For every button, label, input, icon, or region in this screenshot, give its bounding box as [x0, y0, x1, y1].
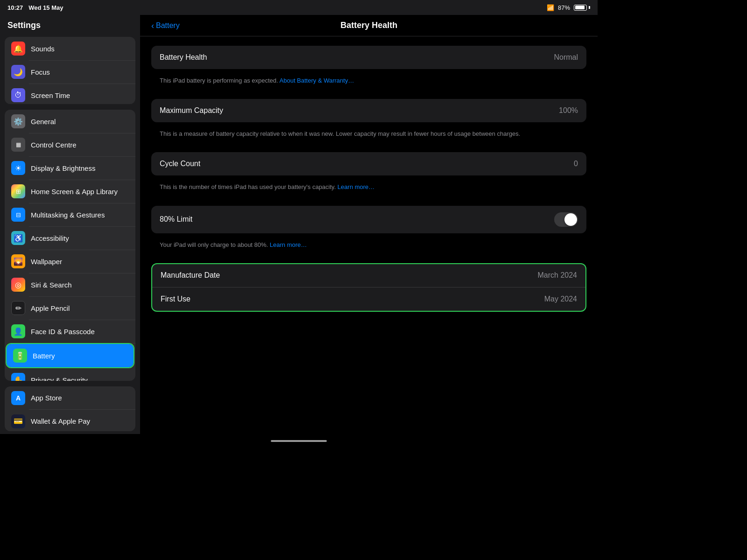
screen-time-label: Screen Time [31, 91, 70, 99]
sidebar-section-bottom: A App Store 💳 Wallet & Apple Pay [5, 386, 135, 431]
detail-header: ‹ Battery Battery Health [140, 15, 598, 36]
manufacture-date-value: March 2024 [538, 271, 578, 280]
main-layout: Settings 🔔 Sounds 🌙 Focus ⏱ Screen Time … [0, 15, 598, 434]
app-store-icon: A [11, 391, 25, 405]
detail-content: Battery Health Normal This iPad battery … [140, 36, 598, 329]
limit-learn-more-link[interactable]: Learn more… [270, 241, 307, 248]
status-bar-right: 📶 87% [547, 4, 590, 11]
cycle-count-description: This is the number of times iPad has use… [151, 179, 586, 198]
limit-description: Your iPad will only charge to about 80%.… [151, 237, 586, 256]
sidebar-item-accessibility[interactable]: ♿ Accessibility [5, 226, 135, 250]
cycle-count-card-wrapper: Cycle Count 0 This is the number of time… [151, 152, 586, 198]
sounds-icon: 🔔 [11, 42, 25, 56]
battery-item-icon: 🔋 [13, 349, 27, 363]
battery-health-card-wrapper: Battery Health Normal This iPad battery … [151, 46, 586, 91]
accessibility-icon: ♿ [11, 231, 25, 245]
sounds-label: Sounds [31, 45, 55, 53]
battery-fill [575, 6, 585, 9]
multitasking-icon: ⊟ [11, 208, 25, 222]
sidebar-item-control-centre[interactable]: ▦ Control Centre [5, 133, 135, 156]
display-brightness-icon: ☀ [11, 161, 25, 175]
battery-icon [574, 5, 590, 11]
accessibility-label: Accessibility [31, 234, 69, 242]
battery-percent: 87% [558, 4, 570, 11]
focus-icon: 🌙 [11, 65, 25, 79]
manufacture-date-row: Manufacture Date March 2024 [152, 264, 585, 287]
max-capacity-card-wrapper: Maximum Capacity 100% This is a measure … [151, 99, 586, 145]
cycle-count-value: 0 [574, 160, 578, 168]
manufacture-card-wrapper: Manufacture Date March 2024 First Use Ma… [151, 263, 586, 312]
sidebar-section-middle: ⚙️ General ▦ Control Centre ☀ Display & … [5, 110, 135, 381]
apple-pencil-icon: ✏ [11, 301, 25, 315]
max-capacity-label: Maximum Capacity [160, 106, 223, 115]
max-capacity-value: 100% [559, 106, 578, 115]
home-screen-label: Home Screen & App Library [31, 188, 118, 196]
sidebar-item-multitasking[interactable]: ⊟ Multitasking & Gestures [5, 203, 135, 226]
sidebar: Settings 🔔 Sounds 🌙 Focus ⏱ Screen Time … [0, 15, 140, 434]
sidebar-title: Settings [0, 15, 140, 34]
first-use-value: May 2024 [544, 295, 577, 303]
control-centre-label: Control Centre [31, 141, 77, 149]
back-label: Battery [156, 21, 180, 30]
status-time: 10:27 [7, 4, 23, 11]
sidebar-item-battery[interactable]: 🔋 Battery [7, 344, 134, 367]
battery-health-row: Battery Health Normal [151, 46, 586, 69]
sidebar-item-face-id[interactable]: 👤 Face ID & Passcode [5, 320, 135, 343]
general-label: General [31, 118, 56, 126]
sidebar-item-wallet[interactable]: 💳 Wallet & Apple Pay [5, 410, 135, 431]
home-screen-icon: ⊞ [11, 184, 25, 198]
status-bar-left: 10:27 Wed 15 May [7, 4, 63, 11]
status-date: Wed 15 May [28, 4, 63, 11]
detail-pane: ‹ Battery Battery Health Battery Health … [140, 15, 598, 434]
sidebar-item-display-brightness[interactable]: ☀ Display & Brightness [5, 156, 135, 180]
sidebar-item-wallpaper[interactable]: 🌄 Wallpaper [5, 250, 135, 273]
home-indicator [0, 434, 598, 448]
limit-toggle[interactable] [554, 212, 578, 227]
focus-label: Focus [31, 68, 50, 76]
sidebar-item-focus[interactable]: 🌙 Focus [5, 60, 135, 84]
max-capacity-row: Maximum Capacity 100% [151, 99, 586, 122]
wallet-label: Wallet & Apple Pay [31, 417, 90, 425]
first-use-label: First Use [161, 295, 190, 303]
battery-tip [589, 6, 590, 9]
home-bar [271, 440, 327, 442]
cycle-count-label: Cycle Count [160, 160, 200, 168]
manufacture-date-label: Manufacture Date [161, 271, 220, 280]
back-chevron-icon: ‹ [151, 21, 154, 30]
sidebar-item-app-store[interactable]: A App Store [5, 386, 135, 410]
apple-pencil-label: Apple Pencil [31, 304, 70, 312]
privacy-icon: ✋ [11, 373, 25, 381]
general-icon: ⚙️ [11, 114, 25, 128]
cycle-count-card: Cycle Count 0 [151, 152, 586, 175]
max-capacity-card: Maximum Capacity 100% [151, 99, 586, 122]
battery-health-card: Battery Health Normal [151, 46, 586, 69]
wallpaper-label: Wallpaper [31, 258, 62, 266]
battery-warranty-link[interactable]: About Battery & Warranty… [280, 77, 354, 84]
sidebar-item-apple-pencil[interactable]: ✏ Apple Pencil [5, 296, 135, 320]
sidebar-item-privacy-security[interactable]: ✋ Privacy & Security [5, 368, 135, 381]
cycle-count-row: Cycle Count 0 [151, 152, 586, 175]
max-capacity-description: This is a measure of battery capacity re… [151, 126, 586, 145]
sidebar-item-home-screen[interactable]: ⊞ Home Screen & App Library [5, 180, 135, 203]
cycle-count-learn-more-link[interactable]: Learn more… [338, 183, 374, 190]
siri-icon: ◎ [11, 278, 25, 292]
limit-card: 80% Limit [151, 206, 586, 233]
sidebar-section-top: 🔔 Sounds 🌙 Focus ⏱ Screen Time [5, 37, 135, 104]
battery-body [574, 5, 587, 11]
wallet-icon: 💳 [11, 414, 25, 428]
sidebar-item-siri-search[interactable]: ◎ Siri & Search [5, 273, 135, 296]
battery-health-label: Battery Health [160, 53, 207, 62]
limit-label: 80% Limit [160, 215, 192, 224]
display-brightness-label: Display & Brightness [31, 164, 95, 172]
sidebar-item-screen-time[interactable]: ⏱ Screen Time [5, 84, 135, 104]
face-id-label: Face ID & Passcode [31, 328, 95, 336]
multitasking-label: Multitasking & Gestures [31, 211, 105, 219]
first-use-row: First Use May 2024 [152, 287, 585, 311]
sidebar-item-sounds[interactable]: 🔔 Sounds [5, 37, 135, 60]
back-button[interactable]: ‹ Battery [151, 21, 180, 30]
wallpaper-icon: 🌄 [11, 254, 25, 268]
app-store-label: App Store [31, 394, 62, 402]
limit-card-wrapper: 80% Limit Your iPad will only charge to … [151, 206, 586, 256]
manufacture-card: Manufacture Date March 2024 First Use Ma… [151, 263, 586, 312]
sidebar-item-general[interactable]: ⚙️ General [5, 110, 135, 133]
